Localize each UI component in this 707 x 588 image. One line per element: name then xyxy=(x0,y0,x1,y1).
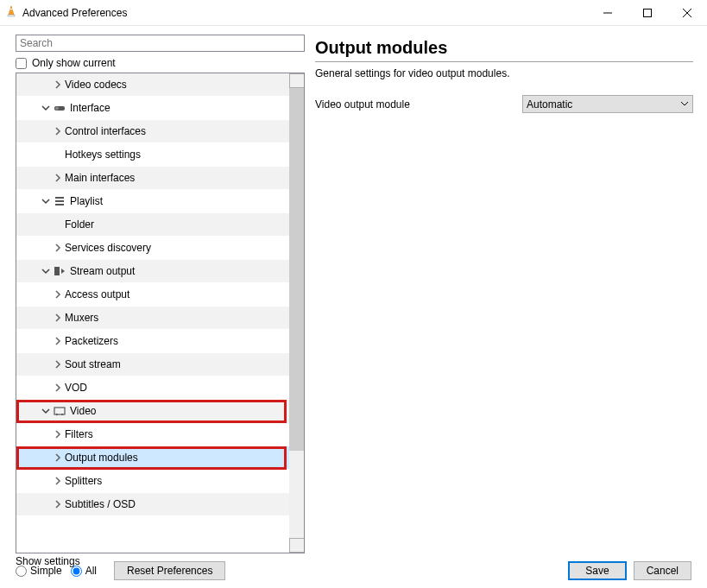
cancel-button[interactable]: Cancel xyxy=(634,561,691,580)
chevron-down-icon xyxy=(680,98,689,111)
tree-row-access-output[interactable]: Access output xyxy=(16,283,289,307)
tree-label: Filters xyxy=(65,428,93,440)
svg-point-14 xyxy=(56,414,58,415)
only-show-current[interactable]: Only show current xyxy=(16,57,306,69)
chevron-right-icon xyxy=(51,453,65,462)
scroll-down-button[interactable] xyxy=(289,538,305,553)
tree-label: Control interfaces xyxy=(65,125,146,137)
svg-rect-4 xyxy=(644,9,652,16)
window-title: Advanced Preferences xyxy=(22,7,127,19)
tree-row-services-discovery[interactable]: Services discovery xyxy=(16,237,289,260)
chevron-right-icon xyxy=(51,174,65,182)
interface-icon xyxy=(53,102,66,114)
video-icon xyxy=(53,405,66,417)
title-bar: Advanced Preferences xyxy=(0,0,707,26)
svg-rect-12 xyxy=(54,267,60,275)
svg-rect-2 xyxy=(10,9,13,9)
chevron-right-icon xyxy=(51,500,65,509)
only-show-current-checkbox[interactable] xyxy=(16,58,27,69)
tree-row-playlist[interactable]: Playlist xyxy=(16,190,289,213)
chevron-right-icon xyxy=(51,243,65,252)
svg-point-15 xyxy=(61,414,63,415)
minimize-button[interactable] xyxy=(588,0,628,26)
close-button[interactable] xyxy=(667,0,707,26)
app-icon xyxy=(5,5,17,20)
tree-row-stream-output[interactable]: Stream output xyxy=(16,260,289,283)
video-output-module-label: Video output module xyxy=(315,98,522,111)
tree-label: Packetizers xyxy=(65,335,118,347)
chevron-right-icon xyxy=(51,127,65,136)
chevron-right-icon xyxy=(51,80,65,89)
chevron-down-icon xyxy=(39,407,53,415)
tree-label: VOD xyxy=(65,382,87,394)
tree-label: Playlist xyxy=(70,195,103,207)
scroll-up-button[interactable] xyxy=(289,73,305,88)
tree-label: Muxers xyxy=(65,312,98,324)
right-panel: Output modules General settings for vide… xyxy=(306,26,707,553)
chevron-right-icon xyxy=(51,383,65,392)
tree-label: Stream output xyxy=(70,265,135,277)
tree-row-output-modules[interactable]: Output modules xyxy=(16,446,289,470)
panel-description: General settings for video output module… xyxy=(315,67,693,79)
svg-rect-13 xyxy=(54,408,65,414)
tree-label: Services discovery xyxy=(65,242,151,254)
tree-row-muxers[interactable]: Muxers xyxy=(16,307,289,330)
tree-row-filters[interactable]: Filters xyxy=(16,423,289,446)
show-settings-label: Show settings xyxy=(16,555,80,567)
chevron-down-icon xyxy=(39,197,53,205)
tree-row-control-interfaces[interactable]: Control interfaces xyxy=(16,120,289,143)
reset-preferences-button[interactable]: Reset Preferences xyxy=(114,561,225,580)
search-input[interactable] xyxy=(16,35,305,52)
tree-row-vod[interactable]: VOD xyxy=(16,376,289,400)
chevron-right-icon xyxy=(51,313,65,322)
tree-row-main-interfaces[interactable]: Main interfaces xyxy=(16,167,289,190)
tree-label: Folder xyxy=(65,218,94,231)
only-show-current-label: Only show current xyxy=(32,57,116,69)
tree-label: Video codecs xyxy=(65,79,127,91)
tree-row-interface[interactable]: Interface xyxy=(16,97,289,120)
tree-row-hotkeys[interactable]: Hotkeys settings xyxy=(16,143,289,167)
tree-label: Subtitles / OSD xyxy=(65,498,136,510)
save-button[interactable]: Save xyxy=(568,561,626,580)
panel-title: Output modules xyxy=(315,38,693,58)
tree-label: Main interfaces xyxy=(65,172,135,184)
tree-row-packetizers[interactable]: Packetizers xyxy=(16,330,289,353)
svg-rect-1 xyxy=(8,15,15,16)
tree-label: Access output xyxy=(65,288,129,300)
tree-row-splitters[interactable]: Splitters xyxy=(16,470,289,493)
tree-label: Splitters xyxy=(65,475,102,487)
tree-label: Output modules xyxy=(65,452,138,464)
tree-row-video-codecs[interactable]: Video codecs xyxy=(16,73,289,97)
tree-row-subtitles-osd[interactable]: Subtitles / OSD xyxy=(16,493,289,516)
footer: Show settings Simple All Reset Preferenc… xyxy=(0,553,707,588)
chevron-down-icon xyxy=(39,104,53,112)
playlist-icon xyxy=(53,195,66,207)
tree-row-video[interactable]: Video xyxy=(16,400,289,423)
tree-label: Interface xyxy=(70,102,110,114)
divider xyxy=(315,61,693,62)
tree-row-sout-stream[interactable]: Sout stream xyxy=(16,353,289,376)
chevron-right-icon xyxy=(51,477,65,485)
chevron-right-icon xyxy=(51,360,65,369)
tree-row-folder[interactable]: Folder xyxy=(16,213,289,237)
left-panel: Only show current Video codecs Interface… xyxy=(0,26,306,553)
svg-point-8 xyxy=(55,107,59,111)
scrollbar-thumb[interactable] xyxy=(289,88,304,451)
stream-icon xyxy=(53,265,66,277)
chevron-right-icon xyxy=(51,290,65,299)
dropdown-value: Automatic xyxy=(527,98,572,111)
tree-label: Hotkeys settings xyxy=(65,149,141,161)
preferences-tree[interactable]: Video codecs Interface Control interface… xyxy=(16,73,289,553)
tree-container: Video codecs Interface Control interface… xyxy=(16,73,305,553)
tree-scrollbar[interactable] xyxy=(289,73,304,553)
maximize-button[interactable] xyxy=(628,0,667,26)
tree-label: Video xyxy=(70,405,96,417)
window-controls xyxy=(588,0,707,26)
chevron-right-icon xyxy=(51,430,65,439)
chevron-down-icon xyxy=(39,267,53,275)
tree-label: Sout stream xyxy=(65,358,121,370)
svg-marker-0 xyxy=(9,6,14,15)
video-output-module-dropdown[interactable]: Automatic xyxy=(522,95,693,113)
chevron-right-icon xyxy=(51,337,65,345)
